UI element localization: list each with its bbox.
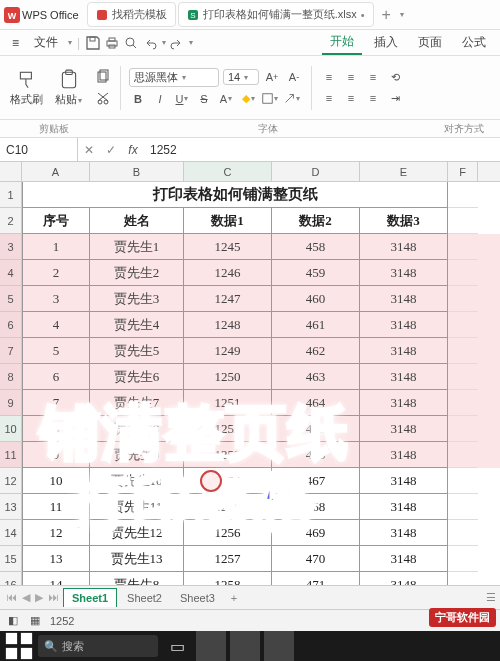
format-painter-button[interactable]: 格式刷 (10, 69, 43, 107)
font-name-select[interactable]: 思源黑体▾ (129, 68, 219, 87)
status-mode-icon[interactable]: ◧ (6, 614, 20, 628)
table-row[interactable]: 14贾先生812584713148 (22, 572, 500, 585)
save-icon[interactable] (85, 35, 101, 51)
file-menu[interactable]: 文件 (28, 32, 64, 53)
copy-icon[interactable] (94, 68, 112, 86)
table-row[interactable]: 11贾先生1112554683148 (22, 494, 500, 520)
table-row[interactable]: 1贾先生112454583148 (22, 234, 500, 260)
orientation-icon[interactable]: ⟲ (386, 68, 404, 86)
row-header[interactable]: 7 (0, 338, 21, 364)
sheet-nav-first-icon[interactable]: ⏮ (4, 591, 19, 604)
table-row[interactable]: 13贾先生1312574703148 (22, 546, 500, 572)
redo-icon[interactable] (169, 35, 185, 51)
italic-icon[interactable]: I (151, 90, 169, 108)
col-header-D[interactable]: D (272, 162, 360, 181)
table-row[interactable]: 12贾先生1212564693148 (22, 520, 500, 546)
tab-template[interactable]: 找稻壳模板 (87, 2, 176, 27)
table-row[interactable]: 4贾先生412484613148 (22, 312, 500, 338)
ribbon-tab-start[interactable]: 开始 (322, 30, 362, 55)
tab-menu-icon[interactable]: ▾ (400, 10, 404, 19)
row-header[interactable]: 4 (0, 260, 21, 286)
clear-format-icon[interactable]: ▾ (283, 90, 301, 108)
row-header[interactable]: 3 (0, 234, 21, 260)
sheet-tab-2[interactable]: Sheet2 (119, 589, 170, 607)
col-header-C[interactable]: C (184, 162, 272, 181)
table-row[interactable]: 3贾先生312474603148 (22, 286, 500, 312)
font-color-icon[interactable]: A▾ (217, 90, 235, 108)
table-row[interactable]: 8贾先生812524653148 (22, 416, 500, 442)
table-row[interactable]: 6贾先生612504633148 (22, 364, 500, 390)
status-grid-icon[interactable]: ▦ (28, 614, 42, 628)
table-row[interactable]: 7贾先生712514643148 (22, 390, 500, 416)
table-row[interactable]: 10贾先生1012544673148 (22, 468, 500, 494)
strike-icon[interactable]: S (195, 90, 213, 108)
add-tab-button[interactable]: + (376, 6, 397, 24)
row-header[interactable]: 13 (0, 494, 21, 520)
row-header[interactable]: 1 (0, 182, 21, 208)
ribbon-tab-insert[interactable]: 插入 (366, 31, 406, 54)
row-header[interactable]: 11 (0, 442, 21, 468)
table-row[interactable]: 9贾先生912534663148 (22, 442, 500, 468)
row-header[interactable]: 14 (0, 520, 21, 546)
sheet-tab-1[interactable]: Sheet1 (63, 588, 117, 607)
row-header[interactable]: 8 (0, 364, 21, 390)
font-size-select[interactable]: 14▾ (223, 69, 259, 85)
sheet-list-icon[interactable]: ☰ (486, 591, 496, 604)
row-header[interactable]: 12 (0, 468, 21, 494)
print-icon[interactable] (104, 35, 120, 51)
col-header-E[interactable]: E (360, 162, 448, 181)
spreadsheet-grid[interactable]: A B C D E F 123456789101112131415161718 … (0, 162, 500, 585)
row-header[interactable]: 9 (0, 390, 21, 416)
tab-workbook[interactable]: S 打印表格如何铺满一整页纸.xlsx • (178, 2, 374, 27)
sheet-nav-next-icon[interactable]: ▶ (33, 591, 45, 604)
ribbon-tab-formula[interactable]: 公式 (454, 31, 494, 54)
row-header[interactable]: 16 (0, 572, 21, 585)
name-box[interactable]: C10 (0, 138, 78, 161)
start-button[interactable] (4, 633, 34, 659)
row-header[interactable]: 10 (0, 416, 21, 442)
fx-icon[interactable]: fx (122, 143, 144, 157)
align-right-icon[interactable]: ≡ (364, 89, 382, 107)
table-row[interactable]: 5贾先生512494623148 (22, 338, 500, 364)
undo-icon[interactable] (142, 35, 158, 51)
align-center-icon[interactable]: ≡ (342, 89, 360, 107)
task-app-2-icon[interactable] (230, 633, 260, 659)
table-row[interactable]: 2贾先生212464593148 (22, 260, 500, 286)
task-app-3-icon[interactable] (264, 633, 294, 659)
col-header-F[interactable]: F (448, 162, 478, 181)
formula-input[interactable]: 1252 (144, 143, 500, 157)
ribbon-tab-page[interactable]: 页面 (410, 31, 450, 54)
cut-icon[interactable] (94, 89, 112, 107)
paste-button[interactable]: 粘贴▾ (55, 69, 82, 107)
column-headers[interactable]: A B C D E F (22, 162, 500, 182)
border-icon[interactable]: ▾ (261, 90, 279, 108)
decrease-font-icon[interactable]: A- (285, 68, 303, 86)
taskbar-search[interactable]: 🔍 搜索 (38, 635, 158, 657)
app-menu-icon[interactable]: ≡ (6, 34, 25, 52)
increase-font-icon[interactable]: A+ (263, 68, 281, 86)
accept-formula-icon[interactable]: ✓ (100, 143, 122, 157)
task-view-icon[interactable]: ▭ (162, 633, 192, 659)
row-header[interactable]: 15 (0, 546, 21, 572)
align-top-icon[interactable]: ≡ (320, 68, 338, 86)
col-header-A[interactable]: A (22, 162, 90, 181)
row-header[interactable]: 5 (0, 286, 21, 312)
cancel-formula-icon[interactable]: ✕ (78, 143, 100, 157)
align-left-icon[interactable]: ≡ (320, 89, 338, 107)
fill-color-icon[interactable]: ◆▾ (239, 90, 257, 108)
add-sheet-button[interactable]: + (225, 592, 243, 604)
bold-icon[interactable]: B (129, 90, 147, 108)
col-header-B[interactable]: B (90, 162, 184, 181)
row-headers[interactable]: 123456789101112131415161718 (0, 182, 22, 585)
row-header[interactable]: 6 (0, 312, 21, 338)
sheet-tab-3[interactable]: Sheet3 (172, 589, 223, 607)
task-app-1-icon[interactable] (196, 633, 226, 659)
underline-icon[interactable]: U▾ (173, 90, 191, 108)
select-all-corner[interactable] (0, 162, 22, 182)
row-header[interactable]: 2 (0, 208, 21, 234)
sheet-nav-last-icon[interactable]: ⏭ (46, 591, 61, 604)
preview-icon[interactable] (123, 35, 139, 51)
align-bot-icon[interactable]: ≡ (364, 68, 382, 86)
indent-icon[interactable]: ⇥ (386, 89, 404, 107)
align-mid-icon[interactable]: ≡ (342, 68, 360, 86)
